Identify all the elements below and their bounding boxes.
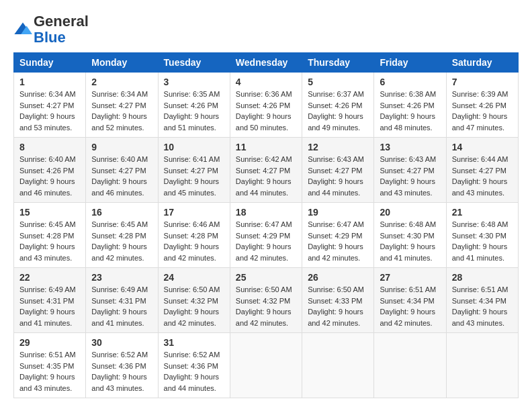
day-number: 30 <box>91 337 152 348</box>
calendar-cell: 27 Sunrise: 6:51 AM Sunset: 4:34 PM Dayl… <box>374 268 446 333</box>
day-number: 15 <box>19 207 80 218</box>
cell-info: Sunrise: 6:42 AM Sunset: 4:27 PM Dayligh… <box>236 154 296 198</box>
cell-info: Sunrise: 6:44 AM Sunset: 4:27 PM Dayligh… <box>452 154 513 198</box>
calendar-cell: 26 Sunrise: 6:50 AM Sunset: 4:33 PM Dayl… <box>302 268 374 333</box>
cell-info: Sunrise: 6:45 AM Sunset: 4:28 PM Dayligh… <box>19 219 80 263</box>
col-header-wednesday: Wednesday <box>230 53 302 73</box>
day-number: 18 <box>236 207 296 218</box>
day-number: 10 <box>164 142 224 152</box>
day-number: 22 <box>19 272 80 283</box>
day-number: 16 <box>91 207 152 218</box>
calendar-cell: 21 Sunrise: 6:48 AM Sunset: 4:30 PM Dayl… <box>446 203 518 268</box>
calendar-cell: 4 Sunrise: 6:36 AM Sunset: 4:26 PM Dayli… <box>230 73 302 138</box>
cell-info: Sunrise: 6:41 AM Sunset: 4:27 PM Dayligh… <box>164 154 224 198</box>
day-number: 19 <box>308 207 368 218</box>
calendar-cell: 8 Sunrise: 6:40 AM Sunset: 4:26 PM Dayli… <box>14 138 86 203</box>
col-header-sunday: Sunday <box>14 53 86 73</box>
cell-info: Sunrise: 6:46 AM Sunset: 4:28 PM Dayligh… <box>164 219 224 263</box>
day-number: 21 <box>452 207 513 218</box>
cell-info: Sunrise: 6:37 AM Sunset: 4:26 PM Dayligh… <box>308 89 368 133</box>
day-number: 5 <box>308 77 368 87</box>
logo: General Blue <box>13 13 89 46</box>
page-header: General Blue <box>13 13 519 46</box>
calendar-cell: 20 Sunrise: 6:48 AM Sunset: 4:30 PM Dayl… <box>374 203 446 268</box>
calendar-cell: 1 Sunrise: 6:34 AM Sunset: 4:27 PM Dayli… <box>14 73 86 138</box>
calendar-header-row: SundayMondayTuesdayWednesdayThursdayFrid… <box>14 53 519 73</box>
calendar-cell: 9 Sunrise: 6:40 AM Sunset: 4:27 PM Dayli… <box>86 138 158 203</box>
calendar-cell: 24 Sunrise: 6:50 AM Sunset: 4:32 PM Dayl… <box>158 268 230 333</box>
calendar-cell: 23 Sunrise: 6:49 AM Sunset: 4:31 PM Dayl… <box>86 268 158 333</box>
cell-info: Sunrise: 6:47 AM Sunset: 4:29 PM Dayligh… <box>236 219 296 263</box>
cell-info: Sunrise: 6:51 AM Sunset: 4:34 PM Dayligh… <box>452 284 513 328</box>
cell-info: Sunrise: 6:50 AM Sunset: 4:33 PM Dayligh… <box>308 284 368 328</box>
day-number: 9 <box>91 142 152 152</box>
day-number: 29 <box>19 337 80 348</box>
cell-info: Sunrise: 6:49 AM Sunset: 4:31 PM Dayligh… <box>91 284 152 328</box>
day-number: 7 <box>452 77 513 87</box>
calendar-cell: 25 Sunrise: 6:50 AM Sunset: 4:32 PM Dayl… <box>230 268 302 333</box>
calendar-cell <box>374 333 446 398</box>
day-number: 6 <box>380 77 440 87</box>
cell-info: Sunrise: 6:51 AM Sunset: 4:35 PM Dayligh… <box>19 349 80 394</box>
cell-info: Sunrise: 6:34 AM Sunset: 4:27 PM Dayligh… <box>19 89 80 133</box>
col-header-tuesday: Tuesday <box>158 53 230 73</box>
logo-icon <box>13 20 32 39</box>
cell-info: Sunrise: 6:48 AM Sunset: 4:30 PM Dayligh… <box>452 219 513 263</box>
calendar-table: SundayMondayTuesdayWednesdayThursdayFrid… <box>13 52 519 398</box>
day-number: 17 <box>164 207 224 218</box>
calendar-cell: 29 Sunrise: 6:51 AM Sunset: 4:35 PM Dayl… <box>14 333 86 398</box>
day-number: 4 <box>236 77 296 87</box>
calendar-cell: 16 Sunrise: 6:45 AM Sunset: 4:28 PM Dayl… <box>86 203 158 268</box>
cell-info: Sunrise: 6:40 AM Sunset: 4:26 PM Dayligh… <box>19 154 80 198</box>
cell-info: Sunrise: 6:35 AM Sunset: 4:26 PM Dayligh… <box>164 89 224 133</box>
cell-info: Sunrise: 6:38 AM Sunset: 4:26 PM Dayligh… <box>380 89 440 133</box>
calendar-cell: 3 Sunrise: 6:35 AM Sunset: 4:26 PM Dayli… <box>158 73 230 138</box>
logo-text: General Blue <box>34 13 89 46</box>
day-number: 24 <box>164 272 224 283</box>
cell-info: Sunrise: 6:51 AM Sunset: 4:34 PM Dayligh… <box>380 284 440 328</box>
cell-info: Sunrise: 6:52 AM Sunset: 4:36 PM Dayligh… <box>164 349 224 394</box>
day-number: 25 <box>236 272 296 283</box>
cell-info: Sunrise: 6:43 AM Sunset: 4:27 PM Dayligh… <box>308 154 368 198</box>
day-number: 27 <box>380 272 440 283</box>
week-row-5: 29 Sunrise: 6:51 AM Sunset: 4:35 PM Dayl… <box>14 333 519 398</box>
cell-info: Sunrise: 6:48 AM Sunset: 4:30 PM Dayligh… <box>380 219 440 263</box>
day-number: 28 <box>452 272 513 283</box>
day-number: 2 <box>91 77 152 87</box>
cell-info: Sunrise: 6:43 AM Sunset: 4:27 PM Dayligh… <box>380 154 440 198</box>
calendar-cell: 22 Sunrise: 6:49 AM Sunset: 4:31 PM Dayl… <box>14 268 86 333</box>
calendar-cell: 2 Sunrise: 6:34 AM Sunset: 4:27 PM Dayli… <box>86 73 158 138</box>
col-header-thursday: Thursday <box>302 53 374 73</box>
calendar-cell: 18 Sunrise: 6:47 AM Sunset: 4:29 PM Dayl… <box>230 203 302 268</box>
cell-info: Sunrise: 6:34 AM Sunset: 4:27 PM Dayligh… <box>91 89 152 133</box>
week-row-3: 15 Sunrise: 6:45 AM Sunset: 4:28 PM Dayl… <box>14 203 519 268</box>
calendar-cell: 15 Sunrise: 6:45 AM Sunset: 4:28 PM Dayl… <box>14 203 86 268</box>
week-row-2: 8 Sunrise: 6:40 AM Sunset: 4:26 PM Dayli… <box>14 138 519 203</box>
day-number: 3 <box>164 77 224 87</box>
calendar-cell: 14 Sunrise: 6:44 AM Sunset: 4:27 PM Dayl… <box>446 138 518 203</box>
day-number: 14 <box>452 142 513 152</box>
day-number: 12 <box>308 142 368 152</box>
calendar-cell: 17 Sunrise: 6:46 AM Sunset: 4:28 PM Dayl… <box>158 203 230 268</box>
calendar-cell <box>302 333 374 398</box>
cell-info: Sunrise: 6:50 AM Sunset: 4:32 PM Dayligh… <box>164 284 224 328</box>
day-number: 11 <box>236 142 296 152</box>
calendar-cell: 28 Sunrise: 6:51 AM Sunset: 4:34 PM Dayl… <box>446 268 518 333</box>
day-number: 8 <box>19 142 80 152</box>
calendar-cell <box>446 333 518 398</box>
col-header-monday: Monday <box>86 53 158 73</box>
calendar-cell: 10 Sunrise: 6:41 AM Sunset: 4:27 PM Dayl… <box>158 138 230 203</box>
calendar-cell: 5 Sunrise: 6:37 AM Sunset: 4:26 PM Dayli… <box>302 73 374 138</box>
cell-info: Sunrise: 6:49 AM Sunset: 4:31 PM Dayligh… <box>19 284 80 328</box>
calendar-cell: 31 Sunrise: 6:52 AM Sunset: 4:36 PM Dayl… <box>158 333 230 398</box>
calendar-cell <box>230 333 302 398</box>
cell-info: Sunrise: 6:40 AM Sunset: 4:27 PM Dayligh… <box>91 154 152 198</box>
cell-info: Sunrise: 6:36 AM Sunset: 4:26 PM Dayligh… <box>236 89 296 133</box>
day-number: 26 <box>308 272 368 283</box>
calendar-cell: 7 Sunrise: 6:39 AM Sunset: 4:26 PM Dayli… <box>446 73 518 138</box>
day-number: 13 <box>380 142 440 152</box>
calendar-cell: 12 Sunrise: 6:43 AM Sunset: 4:27 PM Dayl… <box>302 138 374 203</box>
week-row-1: 1 Sunrise: 6:34 AM Sunset: 4:27 PM Dayli… <box>14 73 519 138</box>
calendar-cell: 13 Sunrise: 6:43 AM Sunset: 4:27 PM Dayl… <box>374 138 446 203</box>
cell-info: Sunrise: 6:52 AM Sunset: 4:36 PM Dayligh… <box>91 349 152 394</box>
